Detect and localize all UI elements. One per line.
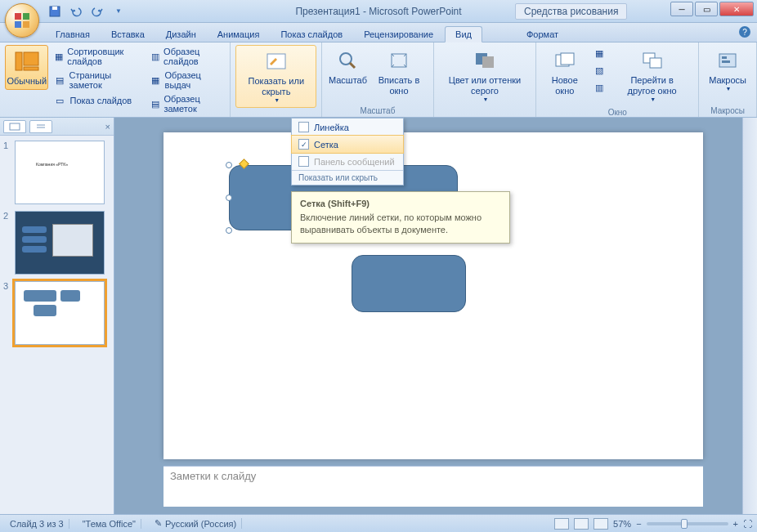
dropdown-messages: Панель сообщений	[292, 153, 403, 170]
macros-button[interactable]: Макросы▼	[704, 45, 751, 96]
svg-rect-7	[24, 52, 38, 65]
notes-pane[interactable]: Заметки к слайду	[163, 466, 703, 507]
fit-icon	[386, 47, 412, 74]
save-button[interactable]	[46, 2, 64, 20]
dropdown-grid[interactable]: ✓Сетка	[291, 135, 404, 154]
status-language[interactable]: ✎Русский (Россия)	[150, 518, 242, 529]
zoom-thumb[interactable]	[681, 519, 688, 529]
arrange-all-button[interactable]: ▦	[589, 45, 609, 61]
resize-handle[interactable]	[226, 162, 232, 168]
office-button[interactable]	[5, 3, 39, 38]
group-window: Новое окно ▦ ▧ ▥ Перейти в другое окно▼ …	[536, 42, 699, 117]
arrange-icon: ▦	[593, 47, 606, 60]
svg-rect-0	[15, 13, 21, 20]
tooltip: Сетка (Shift+F9) Включение линий сетки, …	[291, 191, 510, 244]
slides-tab[interactable]	[3, 120, 26, 133]
status-theme[interactable]: "Тема Office"	[78, 519, 141, 529]
notes-master-button[interactable]: ▤Образец заметок	[146, 92, 225, 115]
slide-thumbnail-3[interactable]	[15, 281, 105, 345]
new-window-button[interactable]: Новое окно	[541, 45, 588, 99]
zoom-in-button[interactable]: +	[733, 519, 738, 529]
group-color: Цвет или оттенки серого▼	[434, 42, 537, 117]
normal-view-button[interactable]: Обычный	[5, 45, 48, 90]
tab-animation[interactable]: Анимация	[208, 27, 270, 42]
svg-rect-22	[10, 123, 20, 130]
tab-design[interactable]: Дизайн	[156, 27, 206, 42]
chevron-down-icon: ▼	[726, 86, 732, 92]
redo-button[interactable]	[88, 2, 106, 20]
slideshow-view-icon[interactable]	[594, 518, 608, 530]
tab-insert[interactable]: Вставка	[101, 27, 155, 42]
new-window-label: Новое окно	[546, 75, 583, 96]
status-bar: Слайд 3 из 3 "Тема Office" ✎Русский (Рос…	[0, 514, 757, 532]
color-icon	[472, 47, 498, 74]
group-label-window: Окно	[541, 106, 693, 117]
cascade-icon: ▧	[593, 64, 606, 77]
close-button[interactable]: ✕	[719, 2, 754, 16]
show-hide-label: Показать или скрыть	[241, 76, 311, 97]
zoom-slider[interactable]	[647, 522, 728, 525]
ribbon: Обычный ▦Сортировщик слайдов ▤Страницы з…	[0, 42, 757, 118]
new-window-icon	[552, 47, 578, 74]
fit-to-window-icon[interactable]: ⛶	[743, 519, 752, 529]
vertical-scrollbar[interactable]	[742, 118, 757, 514]
sorter-view-icon[interactable]	[574, 518, 589, 530]
group-show-hide: Показать или скрыть▼	[231, 42, 322, 117]
resize-handle[interactable]	[226, 227, 232, 234]
thumb-number: 3	[3, 281, 11, 345]
group-label-showhide	[235, 108, 316, 118]
zoom-button[interactable]: Масштаб	[327, 45, 368, 88]
dropdown-ruler[interactable]: Линейка	[292, 118, 403, 136]
slideshow-button[interactable]: ▭Показ слайдов	[50, 92, 145, 109]
zoom-out-button[interactable]: −	[636, 519, 641, 529]
slide-sorter-button[interactable]: ▦Сортировщик слайдов	[50, 45, 145, 68]
slide-canvas[interactable]	[163, 132, 703, 459]
help-icon[interactable]: ?	[739, 26, 750, 38]
normal-view-icon	[14, 48, 40, 74]
svg-line-11	[350, 63, 355, 68]
maximize-button[interactable]: ▭	[695, 2, 718, 16]
tab-format[interactable]: Формат	[517, 27, 568, 42]
title-bar: ▼ Презентация1 - Microsoft PowerPoint Ср…	[0, 0, 757, 23]
handout-icon: ▦	[150, 74, 161, 87]
outline-tab[interactable]	[29, 120, 52, 133]
shape-rounded-rect-2[interactable]	[352, 255, 466, 312]
svg-rect-8	[24, 67, 38, 70]
split-button[interactable]: ▥	[589, 79, 609, 96]
master-icon: ▥	[150, 50, 160, 63]
switch-window-button[interactable]: Перейти в другое окно▼	[611, 45, 693, 106]
zoom-value[interactable]: 57%	[613, 519, 631, 529]
show-hide-button[interactable]: Показать или скрыть▼	[235, 45, 316, 108]
slide-thumbnail-2[interactable]	[15, 211, 105, 275]
cascade-button[interactable]: ▧	[589, 62, 609, 78]
qat-customize-icon[interactable]: ▼	[110, 2, 128, 20]
slide-thumbnail-1[interactable]: Компания «РТК»	[15, 141, 105, 204]
thumbnail-close-icon[interactable]: ×	[105, 122, 110, 132]
tab-slideshow[interactable]: Показ слайдов	[271, 27, 352, 42]
fit-window-button[interactable]: Вписать в окно	[370, 45, 428, 99]
undo-button[interactable]	[67, 2, 85, 20]
slide-master-button[interactable]: ▥Образец слайдов	[146, 45, 225, 68]
normal-view-icon[interactable]	[554, 518, 569, 530]
svg-rect-2	[15, 21, 21, 28]
svg-rect-16	[561, 53, 574, 65]
minimize-button[interactable]: ─	[670, 2, 693, 16]
thumbnail-row: 1 Компания «РТК»	[3, 141, 110, 204]
switch-icon	[639, 47, 665, 74]
show-hide-icon	[263, 48, 289, 74]
tab-home[interactable]: Главная	[46, 27, 100, 42]
svg-rect-9	[267, 54, 285, 69]
tab-view[interactable]: Вид	[445, 26, 482, 42]
group-presentation-views: Обычный ▦Сортировщик слайдов ▤Страницы з…	[0, 42, 231, 117]
status-slide-number[interactable]: Слайд 3 из 3	[5, 519, 69, 529]
svg-rect-21	[722, 60, 730, 63]
checkbox-icon	[298, 122, 309, 132]
color-grayscale-button[interactable]: Цвет или оттенки серого▼	[439, 45, 531, 106]
notes-pages-button[interactable]: ▤Страницы заметок	[50, 69, 145, 92]
handout-master-button[interactable]: ▦Образец выдач	[146, 69, 225, 92]
resize-handle[interactable]	[226, 194, 232, 201]
tab-review[interactable]: Рецензирование	[354, 27, 443, 42]
color-label: Цвет или оттенки серого	[444, 75, 526, 96]
group-zoom: Масштаб Вписать в окно Масштаб	[322, 42, 433, 117]
thumbnail-tabs: ×	[0, 118, 114, 136]
